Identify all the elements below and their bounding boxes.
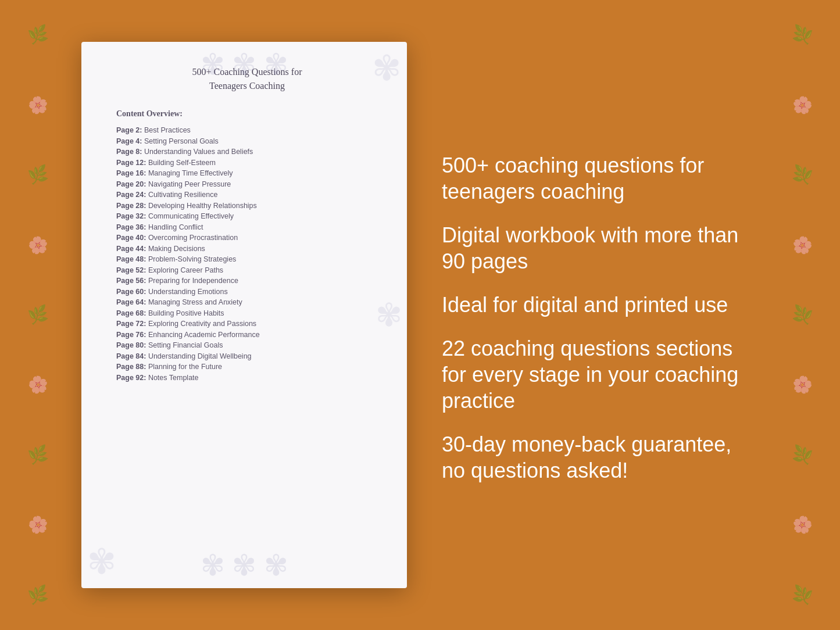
table-of-contents-item: Page 64: Managing Stress and Anxiety [116,299,378,306]
table-of-contents: Page 2: Best PracticesPage 4: Setting Pe… [116,127,378,381]
table-of-contents-item: Page 32: Communicating Effectively [116,213,378,220]
table-of-contents-item: Page 60: Understanding Emotions [116,288,378,296]
floral-sprig: 🌿 [26,25,49,45]
floral-sprig: 🌿 [791,25,813,45]
floral-sprig: 🌸 [26,375,49,395]
table-of-contents-item: Page 52: Exploring Career Paths [116,267,378,274]
doc-deco-top: ✾ ✾ ✾ [201,48,288,81]
feature-text-item: 30-day money-back guarantee, no question… [442,431,759,484]
doc-deco-bottom: ✾ ✾ ✾ [201,549,288,582]
table-of-contents-item: Page 20: Navigating Peer Pressure [116,181,378,188]
feature-text-item: 500+ coaching questions for teenagers co… [442,152,759,205]
feature-text-item: Digital workbook with more than 90 pages [442,222,759,274]
table-of-contents-item: Page 80: Setting Financial Goals [116,342,378,349]
floral-sprig: 🌿 [791,165,813,185]
section-label: Content Overview: [116,109,378,119]
doc-deco-corner-bl: ✾ [87,541,116,582]
table-of-contents-item: Page 76: Enhancing Academic Performance [116,331,378,339]
table-of-contents-item: Page 12: Building Self-Esteem [116,159,378,167]
floral-sprig: 🌿 [26,305,49,325]
main-layout: ✾ ✾ ✾ ✾ ✾ ✾ ✾ ✾ ✾ 500+ Coaching Question… [0,0,840,630]
table-of-contents-item: Page 8: Understanding Values and Beliefs [116,148,378,156]
floral-sprig: 🌸 [791,95,813,115]
floral-sprig: 🌸 [791,515,813,535]
floral-sprig: 🌿 [26,585,49,605]
table-of-contents-item: Page 16: Managing Time Effectively [116,170,378,177]
table-of-contents-item: Page 36: Handling Conflict [116,224,378,231]
table-of-contents-item: Page 40: Overcoming Procrastination [116,234,378,242]
document-panel: ✾ ✾ ✾ ✾ ✾ ✾ ✾ ✾ ✾ 500+ Coaching Question… [81,42,407,588]
table-of-contents-item: Page 88: Planning for the Future [116,363,378,371]
table-of-contents-item: Page 56: Preparing for Independence [116,277,378,285]
floral-sprig: 🌿 [791,585,813,605]
doc-deco-corner-tr: ✾ [372,48,401,89]
floral-sprig: 🌸 [791,375,813,395]
floral-sprig: 🌿 [791,445,813,465]
floral-sprig: 🌿 [26,165,49,185]
floral-sprig: 🌸 [791,235,813,255]
table-of-contents-item: Page 24: Cultivating Resilience [116,191,378,199]
floral-decoration-left: 🌿 🌸 🌿 🌸 🌿 🌸 🌿 🌸 🌿 [0,0,76,630]
floral-sprig: 🌿 [791,305,813,325]
floral-sprig: 🌿 [26,445,49,465]
feature-text-item: Ideal for digital and printed use [442,292,759,318]
table-of-contents-item: Page 84: Understanding Digital Wellbeing [116,353,378,360]
table-of-contents-item: Page 4: Setting Personal Goals [116,138,378,145]
table-of-contents-item: Page 2: Best Practices [116,127,378,134]
table-of-contents-item: Page 68: Building Positive Habits [116,310,378,317]
table-of-contents-item: Page 92: Notes Template [116,374,378,382]
floral-decoration-right: 🌿 🌸 🌿 🌸 🌿 🌸 🌿 🌸 🌿 [764,0,840,630]
feature-text-item: 22 coaching questions sections for every… [442,335,759,414]
floral-sprig: 🌸 [26,95,49,115]
table-of-contents-item: Page 44: Making Decisions [116,245,378,253]
table-of-contents-item: Page 28: Developing Healthy Relationship… [116,202,378,210]
table-of-contents-item: Page 48: Problem-Solving Strategies [116,256,378,263]
doc-deco-right: ✾ [376,296,402,334]
floral-sprig: 🌸 [26,235,49,255]
floral-sprig: 🌸 [26,515,49,535]
features-panel: 500+ coaching questions for teenagers co… [442,146,759,484]
table-of-contents-item: Page 72: Exploring Creativity and Passio… [116,320,378,328]
